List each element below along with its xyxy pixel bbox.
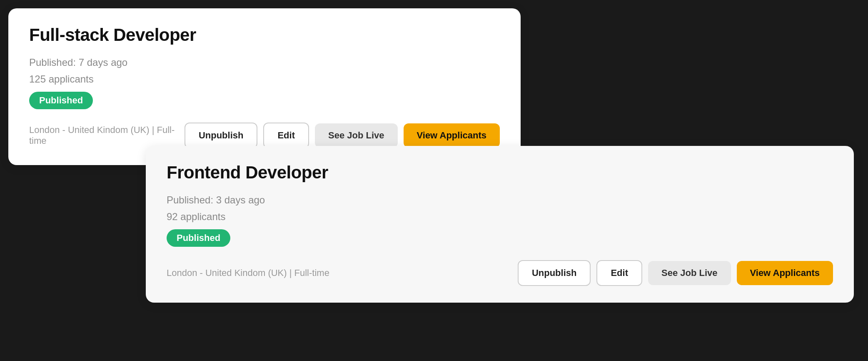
published-meta-1: Published: 7 days ago	[29, 57, 500, 68]
applicants-count-2: 92 applicants	[167, 211, 833, 223]
card-footer-1: London - United Kindom (UK) | Full-time …	[29, 123, 500, 148]
status-badge-1: Published	[29, 92, 93, 109]
job-card-2: Frontend Developer Published: 3 days ago…	[146, 146, 854, 303]
see-job-live-button-2[interactable]: See Job Live	[648, 261, 731, 285]
edit-button-1[interactable]: Edit	[263, 123, 309, 148]
location-info-1: London - United Kindom (UK) | Full-time	[29, 125, 178, 146]
status-badge-2: Published	[167, 229, 230, 247]
location-info-2: London - United Kindom (UK) | Full-time	[167, 268, 511, 278]
applicants-count-1: 125 applicants	[29, 73, 500, 85]
view-applicants-button-1[interactable]: View Applicants	[404, 123, 500, 148]
job-title-1: Full-stack Developer	[29, 25, 500, 45]
edit-button-2[interactable]: Edit	[596, 260, 642, 286]
job-title-2: Frontend Developer	[167, 163, 833, 183]
btn-group-2: Unpublish Edit See Job Live View Applica…	[518, 260, 833, 286]
view-applicants-button-2[interactable]: View Applicants	[737, 261, 833, 285]
btn-group-1: Unpublish Edit See Job Live View Applica…	[185, 123, 500, 148]
card-footer-2: London - United Kindom (UK) | Full-time …	[167, 260, 833, 286]
published-meta-2: Published: 3 days ago	[167, 194, 833, 206]
job-card-1: Full-stack Developer Published: 7 days a…	[8, 8, 521, 165]
see-job-live-button-1[interactable]: See Job Live	[315, 123, 398, 148]
unpublish-button-2[interactable]: Unpublish	[518, 260, 591, 286]
unpublish-button-1[interactable]: Unpublish	[185, 123, 258, 148]
